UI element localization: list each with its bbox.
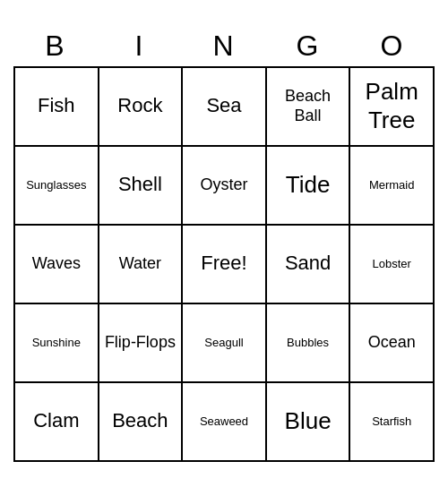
bingo-cell: Lobster [350,226,435,304]
header-letter: N [182,26,266,66]
bingo-grid: FishRockSeaBeach BallPalm TreeSunglasses… [13,66,435,462]
cell-text: Seagull [204,336,243,350]
cell-text: Waves [32,254,81,274]
cell-text: Oyster [200,175,247,195]
cell-text: Water [119,254,161,274]
bingo-cell: Shell [99,147,184,226]
bingo-cell: Oyster [183,147,267,226]
cell-text: Sunshine [32,336,81,350]
cell-text: Mermaid [369,178,415,192]
cell-text: Blue [285,407,332,435]
bingo-cell: Sea [183,68,267,147]
cell-text: Ocean [368,333,416,353]
bingo-header: BINGO [13,26,435,66]
bingo-cell: Sand [267,226,351,304]
bingo-cell: Flip-Flops [99,304,184,383]
header-letter: I [98,26,182,66]
cell-text: Starfish [372,414,411,429]
cell-text: Tide [286,171,331,199]
cell-text: Bubbles [287,336,329,350]
bingo-cell: Blue [267,383,351,462]
bingo-cell: Tide [267,147,351,226]
bingo-cell: Sunshine [15,304,99,383]
bingo-cell: Bubbles [267,304,351,383]
bingo-cell: Beach Ball [267,68,351,147]
cell-text: Sunglasses [26,178,86,192]
cell-text: Sand [285,252,331,275]
cell-text: Beach [112,409,168,432]
bingo-cell: Clam [15,383,99,462]
bingo-cell: Seaweed [183,383,267,462]
bingo-cell: Rock [99,68,184,147]
cell-text: Rock [117,94,162,117]
cell-text: Clam [33,409,79,432]
cell-text: Shell [118,173,162,196]
bingo-cell: Ocean [350,304,435,383]
cell-text: Lobster [373,257,411,271]
bingo-cell: Waves [15,226,99,304]
cell-text: Flip-Flops [105,333,176,353]
cell-text: Palm Tree [354,78,429,133]
bingo-cell: Beach [99,383,184,462]
cell-text: Seaweed [200,414,248,429]
bingo-cell: Fish [15,68,99,147]
bingo-cell: Water [99,226,184,304]
bingo-cell: Mermaid [350,147,435,226]
bingo-cell: Starfish [350,383,435,462]
header-letter: B [13,26,98,66]
header-letter: G [266,26,350,66]
bingo-cell: Seagull [183,304,267,383]
cell-text: Sea [206,94,241,117]
cell-text: Beach Ball [271,87,346,125]
cell-text: Free! [201,252,246,275]
bingo-cell: Sunglasses [15,147,99,226]
bingo-cell: Palm Tree [350,68,435,147]
header-letter: O [350,26,435,66]
bingo-card: BINGO FishRockSeaBeach BallPalm TreeSung… [13,26,435,462]
bingo-cell: Free! [183,226,267,304]
cell-text: Fish [38,94,75,117]
